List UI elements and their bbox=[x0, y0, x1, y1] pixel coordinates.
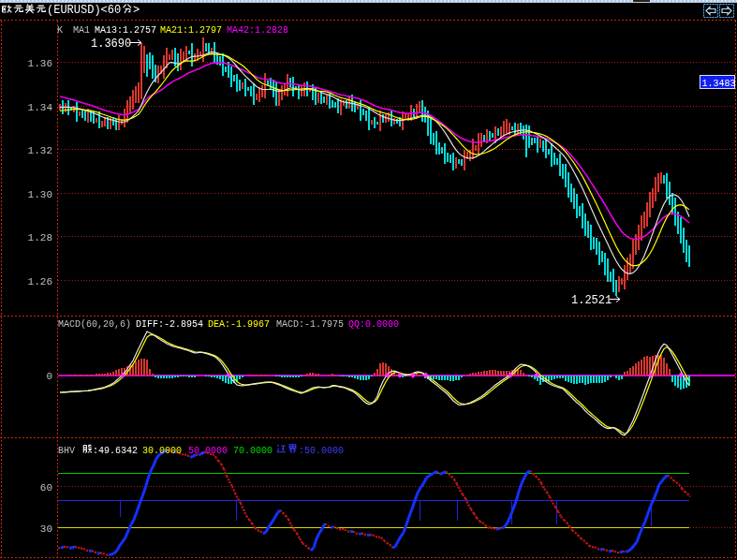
svg-text:1.3483: 1.3483 bbox=[702, 79, 736, 89]
svg-text:1.2521: 1.2521 bbox=[571, 294, 612, 307]
svg-text:1.32: 1.32 bbox=[28, 145, 52, 156]
svg-text:1.26: 1.26 bbox=[28, 276, 52, 287]
svg-text:30: 30 bbox=[40, 523, 52, 535]
svg-text:0: 0 bbox=[46, 371, 52, 382]
svg-text:60: 60 bbox=[40, 482, 52, 494]
svg-text:1.3690: 1.3690 bbox=[91, 37, 131, 51]
svg-text:1.36: 1.36 bbox=[28, 58, 52, 69]
svg-text:MACD(60,20,6)DIFF:-2.8954DEA:-: MACD(60,20,6)DIFF:-2.8954DEA:-1.9967MACD… bbox=[58, 319, 399, 330]
svg-text:(EURUSD)<60: (EURUSD)<60 bbox=[47, 4, 121, 17]
svg-text:BHV:49.634230.000050.000070.00: BHV:49.634230.000050.000070.0000:50.0000 bbox=[58, 446, 344, 456]
svg-text:1.30: 1.30 bbox=[28, 189, 52, 200]
svg-text:1.28: 1.28 bbox=[28, 232, 52, 243]
svg-text:1.34: 1.34 bbox=[28, 102, 53, 113]
svg-text:>: > bbox=[133, 4, 140, 17]
